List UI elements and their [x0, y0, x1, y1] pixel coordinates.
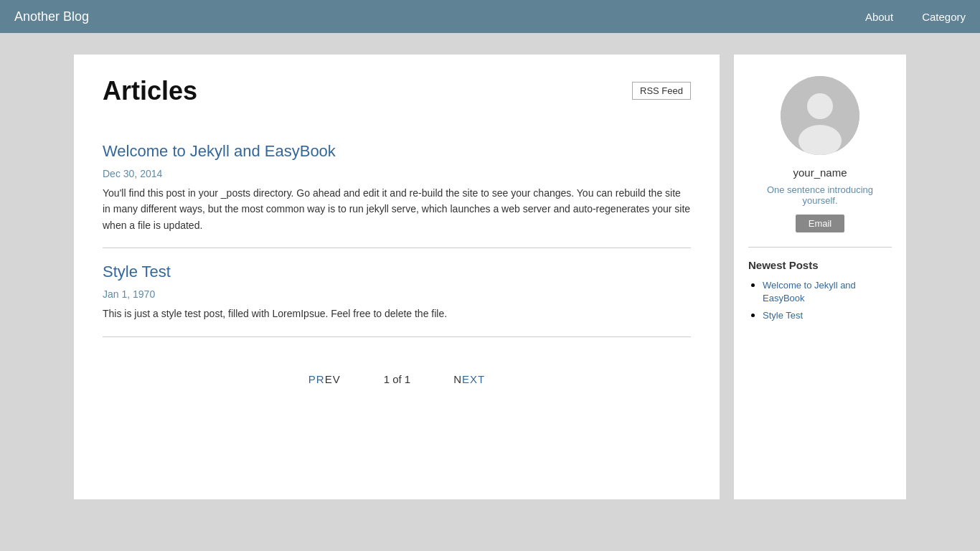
avatar-icon	[781, 76, 859, 155]
nav-brand[interactable]: Another Blog	[14, 9, 89, 24]
page-wrapper: Articles RSS Feed Welcome to Jekyll and …	[60, 33, 920, 521]
next-button[interactable]: NEXT	[453, 373, 485, 385]
article-item: Style Test Jan 1, 1970 This is just a st…	[103, 248, 691, 336]
list-item: Style Test	[763, 309, 892, 321]
next-label-ext: EXT	[462, 373, 485, 385]
article-title-link[interactable]: Welcome to Jekyll and EasyBook	[103, 142, 336, 160]
article-excerpt: This is just a style test post, filled w…	[103, 306, 691, 321]
navbar: Another Blog About Category	[0, 0, 980, 33]
sidebar-bio: One sentence introducing yourself.	[748, 184, 892, 206]
nav-links: About Category	[865, 11, 966, 23]
pagination: PREV 1 of 1 NEXT	[103, 366, 691, 385]
main-content: Articles RSS Feed Welcome to Jekyll and …	[74, 55, 720, 499]
pagination-info: 1 of 1	[384, 373, 411, 385]
prev-label-p: PR	[308, 373, 325, 385]
svg-point-1	[807, 93, 833, 119]
list-item: Welcome to Jekyll and EasyBook	[763, 278, 892, 304]
sidebar-username: your_name	[793, 166, 847, 179]
email-button[interactable]: Email	[796, 215, 845, 232]
next-label-n: N	[453, 373, 462, 385]
articles-header: Articles RSS Feed	[103, 76, 691, 106]
nav-link-about[interactable]: About	[865, 11, 893, 23]
articles-title: Articles	[103, 76, 197, 106]
article-excerpt: You'll find this post in your _posts dir…	[103, 185, 691, 233]
rss-feed-button[interactable]: RSS Feed	[632, 82, 691, 100]
avatar	[781, 76, 859, 155]
article-title-link[interactable]: Style Test	[103, 263, 171, 281]
newest-post-link[interactable]: Style Test	[763, 310, 803, 321]
svg-point-2	[798, 125, 842, 155]
nav-link-category[interactable]: Category	[922, 11, 966, 23]
article-date: Jan 1, 1970	[103, 288, 691, 300]
prev-button[interactable]: PREV	[308, 373, 341, 385]
sidebar-divider	[748, 247, 892, 248]
newest-posts-list: Welcome to Jekyll and EasyBook Style Tes…	[748, 278, 892, 326]
article-date: Dec 30, 2014	[103, 168, 691, 179]
newest-post-link[interactable]: Welcome to Jekyll and EasyBook	[763, 280, 856, 303]
sidebar: your_name One sentence introducing yours…	[734, 55, 906, 499]
article-item: Welcome to Jekyll and EasyBook Dec 30, 2…	[103, 128, 691, 248]
prev-label-ev: EV	[325, 373, 341, 385]
newest-posts-title: Newest Posts	[748, 259, 819, 271]
